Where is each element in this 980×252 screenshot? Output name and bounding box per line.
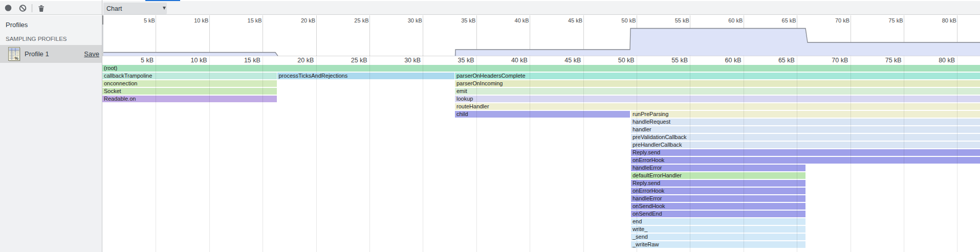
svg-text:%: % [15, 56, 19, 61]
